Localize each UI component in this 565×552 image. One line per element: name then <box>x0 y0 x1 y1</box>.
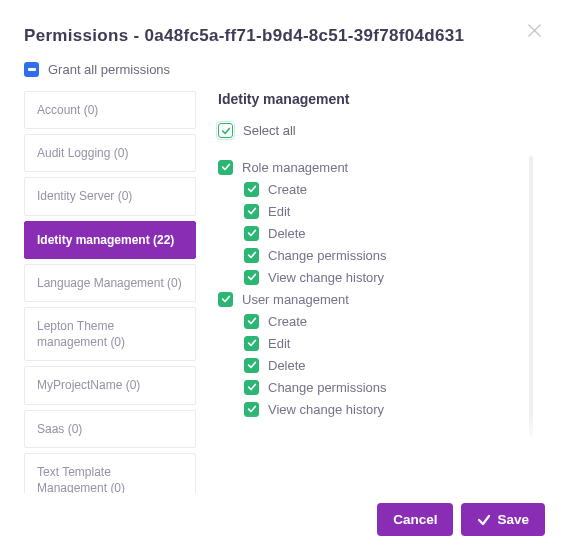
check-icon <box>247 382 257 392</box>
permission-label: Edit <box>268 204 290 219</box>
tab-item[interactable]: Account (0) <box>24 91 196 129</box>
tab-item[interactable]: MyProjectName (0) <box>24 366 196 404</box>
tab-label: Text Template Management (0) <box>37 465 125 495</box>
check-icon <box>221 294 231 304</box>
permission-item[interactable]: View change history <box>218 266 515 288</box>
select-all-checkbox[interactable] <box>218 123 233 138</box>
permissions-panel: Idetity management Select all Role manag… <box>218 91 541 446</box>
permission-checkbox[interactable] <box>244 336 259 351</box>
permission-label: User management <box>242 292 349 307</box>
check-icon <box>247 184 257 194</box>
check-icon <box>247 228 257 238</box>
check-icon <box>221 126 231 136</box>
permission-group[interactable]: Role management <box>218 156 515 178</box>
permission-item[interactable]: Change permissions <box>218 244 515 266</box>
tab-label: Identity Server (0) <box>37 189 132 203</box>
permission-group[interactable]: User management <box>218 288 515 310</box>
grant-all-row[interactable]: Grant all permissions <box>24 58 541 91</box>
permission-item[interactable]: Delete <box>218 222 515 244</box>
tab-label: Account (0) <box>37 103 98 117</box>
tab-item[interactable]: Idetity management (22) <box>24 221 196 259</box>
permission-label: Delete <box>268 358 306 373</box>
tabs-wrap: Account (0)Audit Logging (0)Identity Ser… <box>24 91 541 512</box>
permission-label: Change permissions <box>268 248 387 263</box>
permission-checkbox[interactable] <box>244 358 259 373</box>
check-icon <box>247 360 257 370</box>
permission-label: Change permissions <box>268 380 387 395</box>
scrollbar[interactable] <box>529 156 533 436</box>
permission-item[interactable]: Delete <box>218 354 515 376</box>
save-label: Save <box>497 512 529 527</box>
check-icon <box>247 316 257 326</box>
tree-scroll[interactable]: Role managementCreateEditDeleteChange pe… <box>218 156 533 446</box>
permission-item[interactable]: Create <box>218 178 515 200</box>
tab-label: MyProjectName (0) <box>37 378 140 392</box>
tab-item[interactable]: Language Management (0) <box>24 264 196 302</box>
select-all-row[interactable]: Select all <box>218 123 533 138</box>
permission-checkbox[interactable] <box>244 380 259 395</box>
tab-label: Audit Logging (0) <box>37 146 128 160</box>
permission-checkbox[interactable] <box>244 248 259 263</box>
panel-title: Idetity management <box>218 91 533 107</box>
select-all-label: Select all <box>243 123 296 138</box>
check-icon <box>247 250 257 260</box>
close-button[interactable] <box>528 24 541 39</box>
modal-title: Permissions - 0a48fc5a-ff71-b9d4-8c51-39… <box>24 26 541 46</box>
tab-item[interactable]: Audit Logging (0) <box>24 134 196 172</box>
tabs-column: Account (0)Audit Logging (0)Identity Ser… <box>24 91 196 512</box>
permission-checkbox[interactable] <box>244 204 259 219</box>
permission-checkbox[interactable] <box>244 226 259 241</box>
check-icon <box>247 272 257 282</box>
tab-label: Lepton Theme management (0) <box>37 319 125 349</box>
permission-label: Role management <box>242 160 348 175</box>
modal-header: Permissions - 0a48fc5a-ff71-b9d4-8c51-39… <box>0 0 565 58</box>
modal-footer: Cancel Save <box>0 493 565 552</box>
cancel-label: Cancel <box>393 512 437 527</box>
permission-item[interactable]: View change history <box>218 398 515 420</box>
check-icon <box>221 162 231 172</box>
permission-label: Delete <box>268 226 306 241</box>
tab-item[interactable]: Lepton Theme management (0) <box>24 307 196 361</box>
tab-label: Saas (0) <box>37 422 82 436</box>
grant-all-checkbox[interactable] <box>24 62 39 77</box>
close-icon <box>528 24 541 37</box>
grant-all-label: Grant all permissions <box>48 62 170 77</box>
permission-tree: Role managementCreateEditDeleteChange pe… <box>218 156 533 420</box>
tab-item[interactable]: Identity Server (0) <box>24 177 196 215</box>
permission-label: View change history <box>268 402 384 417</box>
permission-item[interactable]: Edit <box>218 332 515 354</box>
check-icon <box>247 338 257 348</box>
permission-item[interactable]: Edit <box>218 200 515 222</box>
tab-label: Language Management (0) <box>37 276 182 290</box>
check-icon <box>247 404 257 414</box>
permission-label: Create <box>268 314 307 329</box>
permissions-modal: Permissions - 0a48fc5a-ff71-b9d4-8c51-39… <box>0 0 565 552</box>
check-icon <box>477 513 491 527</box>
permission-checkbox[interactable] <box>244 314 259 329</box>
permission-checkbox[interactable] <box>244 270 259 285</box>
cancel-button[interactable]: Cancel <box>377 503 453 536</box>
check-icon <box>247 206 257 216</box>
tab-label: Idetity management (22) <box>37 233 174 247</box>
permission-item[interactable]: Create <box>218 310 515 332</box>
permission-label: Create <box>268 182 307 197</box>
permission-checkbox[interactable] <box>218 160 233 175</box>
permission-checkbox[interactable] <box>244 182 259 197</box>
permission-item[interactable]: Change permissions <box>218 376 515 398</box>
permission-checkbox[interactable] <box>218 292 233 307</box>
permission-checkbox[interactable] <box>244 402 259 417</box>
modal-body: Grant all permissions Account (0)Audit L… <box>0 58 565 512</box>
permission-label: Edit <box>268 336 290 351</box>
tab-item[interactable]: Saas (0) <box>24 410 196 448</box>
permission-label: View change history <box>268 270 384 285</box>
save-button[interactable]: Save <box>461 503 545 536</box>
